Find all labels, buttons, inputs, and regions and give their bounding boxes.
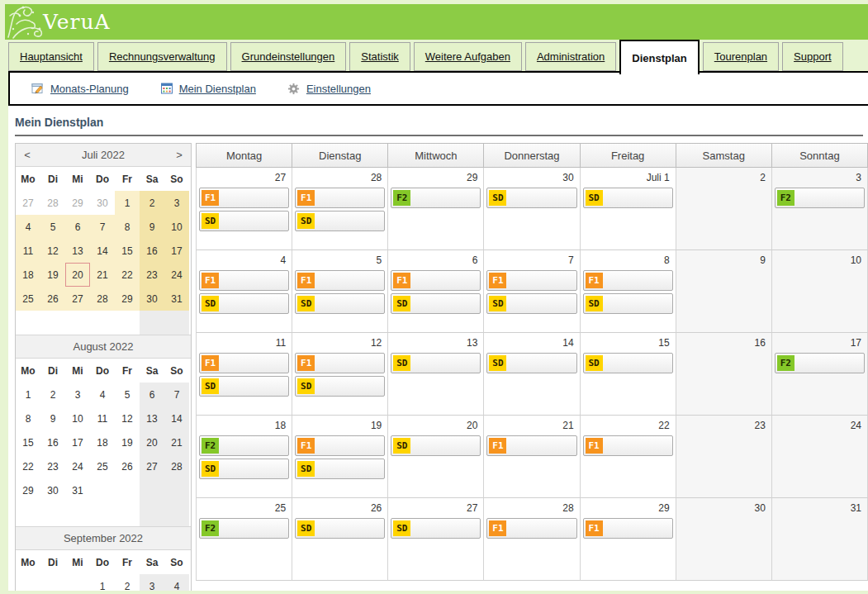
mini-day-cell[interactable]: 30 xyxy=(90,191,115,215)
mini-day-cell[interactable]: 27 xyxy=(16,191,40,215)
mini-day-cell[interactable]: 31 xyxy=(65,478,90,502)
shift-entry-f1[interactable]: F1 xyxy=(486,518,576,539)
tab-dienstplan[interactable]: Dienstplan xyxy=(619,40,699,74)
shift-entry-f1[interactable]: F1 xyxy=(295,435,385,456)
shift-entry-f1[interactable]: F1 xyxy=(583,518,673,539)
shift-entry-sd[interactable]: SD xyxy=(486,293,576,314)
mini-day-cell[interactable]: 7 xyxy=(164,383,189,406)
mini-day-cell-today[interactable]: 20 xyxy=(65,263,90,287)
mini-day-cell[interactable]: 18 xyxy=(90,430,115,454)
mini-day-cell[interactable]: 12 xyxy=(40,239,65,263)
mini-day-cell[interactable]: 2 xyxy=(115,574,140,591)
shift-entry-sd[interactable]: SD xyxy=(583,188,673,208)
shift-entry-sd[interactable]: SD xyxy=(199,459,289,479)
shift-entry-f1[interactable]: F1 xyxy=(391,270,481,291)
mini-day-cell[interactable]: 14 xyxy=(164,406,189,430)
mini-day-cell[interactable]: 1 xyxy=(16,383,40,406)
mini-day-cell[interactable]: 30 xyxy=(140,287,164,311)
shift-entry-sd[interactable]: SD xyxy=(295,293,385,314)
mini-day-cell[interactable]: 27 xyxy=(65,287,90,311)
shift-entry-f2[interactable]: F2 xyxy=(199,518,289,539)
shift-entry-f1[interactable]: F1 xyxy=(199,270,289,291)
mini-day-cell[interactable]: 3 xyxy=(164,191,189,215)
mini-day-cell[interactable]: 10 xyxy=(65,406,90,430)
tab-rechnungsverwaltung[interactable]: Rechnungsverwaltung xyxy=(97,42,227,71)
mini-day-cell[interactable]: 15 xyxy=(16,430,40,454)
mini-day-cell[interactable]: 11 xyxy=(90,406,115,430)
shift-entry-sd[interactable]: SD xyxy=(486,188,576,208)
tab-hauptansicht[interactable]: Hauptansicht xyxy=(8,42,94,71)
mini-day-cell[interactable]: 7 xyxy=(90,215,115,239)
shift-entry-sd[interactable]: SD xyxy=(295,459,385,479)
mini-day-cell[interactable]: 6 xyxy=(140,383,164,406)
mini-day-cell[interactable]: 29 xyxy=(16,478,40,502)
shift-entry-f1[interactable]: F1 xyxy=(199,188,289,208)
shift-entry-f2[interactable]: F2 xyxy=(775,188,865,208)
mini-day-cell[interactable]: 20 xyxy=(140,430,164,454)
mini-day-cell[interactable]: 26 xyxy=(115,454,140,478)
mini-day-cell[interactable]: 4 xyxy=(16,215,40,239)
shift-entry-f1[interactable]: F1 xyxy=(486,435,576,456)
mini-day-cell[interactable]: 23 xyxy=(140,263,164,287)
shift-entry-sd[interactable]: SD xyxy=(391,435,481,456)
mini-day-cell[interactable]: 28 xyxy=(90,287,115,311)
mini-day-cell[interactable]: 2 xyxy=(40,383,65,406)
mini-day-cell[interactable]: 21 xyxy=(164,430,189,454)
mini-day-cell[interactable]: 19 xyxy=(40,263,65,287)
mini-day-cell[interactable]: 8 xyxy=(115,215,140,239)
mini-day-cell[interactable]: 3 xyxy=(140,574,164,591)
mini-day-cell[interactable]: 17 xyxy=(164,239,189,263)
mini-day-cell[interactable]: 29 xyxy=(65,191,90,215)
mini-day-cell[interactable]: 25 xyxy=(16,287,40,311)
mini-day-cell[interactable]: 31 xyxy=(164,287,189,311)
shift-entry-sd[interactable]: SD xyxy=(199,211,289,231)
next-month-button[interactable]: > xyxy=(168,149,191,161)
mini-day-cell[interactable]: 1 xyxy=(90,574,115,591)
mini-day-cell[interactable]: 27 xyxy=(140,454,164,478)
mini-day-cell[interactable]: 3 xyxy=(65,383,90,406)
mini-day-cell[interactable]: 29 xyxy=(115,287,140,311)
mini-day-cell[interactable]: 22 xyxy=(115,263,140,287)
mini-day-cell[interactable]: 28 xyxy=(164,454,189,478)
mini-day-cell[interactable]: 2 xyxy=(140,191,164,215)
mini-day-cell[interactable]: 22 xyxy=(16,454,40,478)
shift-entry-f1[interactable]: F1 xyxy=(295,270,385,291)
mini-day-cell[interactable]: 13 xyxy=(140,406,164,430)
mini-day-cell[interactable]: 24 xyxy=(164,263,189,287)
prev-month-button[interactable]: < xyxy=(16,149,39,161)
shift-entry-f1[interactable]: F1 xyxy=(583,270,673,291)
mini-day-cell[interactable]: 26 xyxy=(40,287,65,311)
shift-entry-sd[interactable]: SD xyxy=(295,518,385,539)
shift-entry-f1[interactable]: F1 xyxy=(486,270,576,291)
shift-entry-f2[interactable]: F2 xyxy=(391,188,481,208)
mini-day-cell[interactable]: 12 xyxy=(115,406,140,430)
shift-entry-f2[interactable]: F2 xyxy=(199,435,289,456)
mini-day-cell[interactable]: 19 xyxy=(115,430,140,454)
shift-entry-sd[interactable]: SD xyxy=(295,211,385,231)
mini-day-cell[interactable]: 5 xyxy=(40,215,65,239)
toolbar-item-mein-dienstplan[interactable]: Mein Dienstplan xyxy=(160,82,256,95)
mini-day-cell[interactable]: 1 xyxy=(115,191,140,215)
mini-day-cell[interactable]: 13 xyxy=(65,239,90,263)
mini-day-cell[interactable]: 9 xyxy=(140,215,164,239)
mini-day-cell[interactable]: 4 xyxy=(164,574,189,591)
toolbar-item-einstellungen[interactable]: Einstellungen xyxy=(287,82,371,95)
shift-entry-sd[interactable]: SD xyxy=(199,293,289,314)
shift-entry-sd[interactable]: SD xyxy=(295,376,385,397)
shift-entry-sd[interactable]: SD xyxy=(583,293,673,314)
tab-administration[interactable]: Administration xyxy=(525,42,616,71)
mini-day-cell[interactable]: 25 xyxy=(90,454,115,478)
mini-day-cell[interactable]: 8 xyxy=(16,406,40,430)
toolbar-item-monats-planung[interactable]: Monats-Planung xyxy=(31,82,129,95)
shift-entry-f1[interactable]: F1 xyxy=(583,435,673,456)
mini-day-cell[interactable]: 4 xyxy=(90,383,115,406)
mini-day-cell[interactable]: 24 xyxy=(65,454,90,478)
mini-day-cell[interactable]: 23 xyxy=(40,454,65,478)
mini-day-cell[interactable]: 6 xyxy=(65,215,90,239)
tab-support[interactable]: Support xyxy=(782,42,843,71)
mini-day-cell[interactable]: 9 xyxy=(40,406,65,430)
mini-day-cell[interactable]: 14 xyxy=(90,239,115,263)
shift-entry-sd[interactable]: SD xyxy=(391,293,481,314)
mini-day-cell[interactable]: 28 xyxy=(40,191,65,215)
tab-weitere-aufgaben[interactable]: Weitere Aufgaben xyxy=(414,42,522,71)
